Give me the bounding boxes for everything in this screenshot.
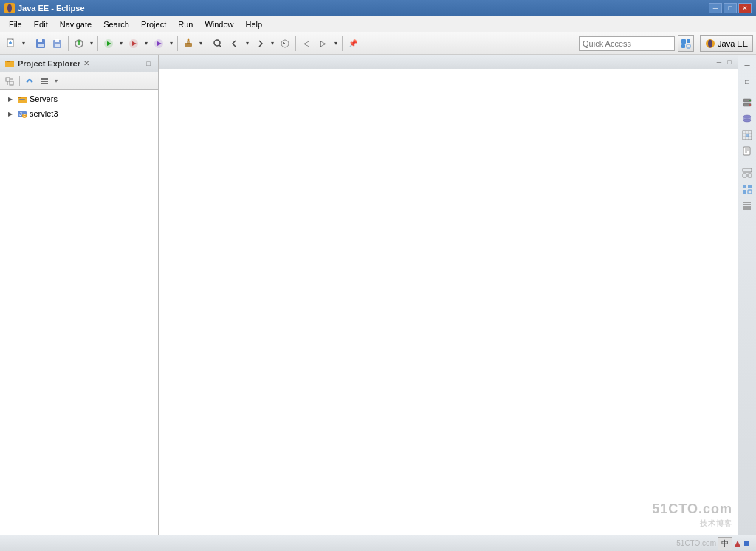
perspective-label: Java EE: [718, 39, 748, 48]
separator-3: [97, 36, 98, 51]
svg-rect-21: [187, 41, 190, 44]
save-all-button[interactable]: [49, 35, 66, 52]
panel-title-area: Project Explorer ✕: [4, 58, 89, 69]
annotation-dropdown-icon[interactable]: ▾: [332, 35, 340, 52]
servers-folder-icon: [17, 94, 27, 104]
run-dropdown-icon[interactable]: ▾: [117, 35, 125, 52]
svg-rect-81: [744, 541, 749, 546]
panel-minimize-button[interactable]: ─: [131, 58, 142, 69]
panel-close-icon[interactable]: ✕: [83, 59, 89, 67]
new-button[interactable]: [3, 35, 19, 52]
previous-annotation-button[interactable]: ◁: [298, 35, 315, 52]
title-text: Java EE - Eclipse: [18, 4, 85, 13]
maximize-button[interactable]: □: [724, 3, 737, 13]
menu-window[interactable]: Window: [199, 18, 239, 30]
menu-file[interactable]: File: [3, 18, 28, 30]
svg-point-55: [749, 104, 751, 106]
minimize-button[interactable]: ─: [709, 3, 722, 13]
right-sidebar-maximize-button[interactable]: □: [740, 74, 755, 89]
editor-content: [159, 69, 738, 535]
navigate-back-dropdown-icon[interactable]: ▾: [244, 35, 251, 52]
svg-point-54: [749, 100, 751, 101]
tree-item-servers[interactable]: ▶ Servers: [0, 92, 158, 106]
tree-item-servlet3[interactable]: ▶ J E servlet3: [0, 106, 158, 121]
profile-dropdown-icon[interactable]: ▾: [168, 35, 175, 52]
servlet3-toggle-icon[interactable]: ▶: [6, 109, 15, 118]
close-button[interactable]: ✕: [738, 3, 752, 13]
menu-navigate[interactable]: Navigate: [54, 18, 97, 30]
navigate-forward-button[interactable]: [252, 35, 268, 52]
svg-rect-28: [681, 44, 685, 48]
next-annotation-button[interactable]: ▷: [315, 35, 331, 52]
svg-rect-47: [19, 99, 25, 100]
svg-rect-35: [6, 78, 10, 81]
link-editor-button[interactable]: [23, 75, 36, 88]
panel-toolbar: ▾: [0, 72, 158, 90]
editor-maximize-button[interactable]: □: [724, 57, 735, 67]
java-ee-perspective-button[interactable]: Java EE: [700, 35, 753, 52]
last-edit-button[interactable]: [277, 35, 293, 52]
menu-help[interactable]: Help: [240, 18, 269, 30]
new-dropdown-icon[interactable]: ▾: [20, 35, 27, 52]
svg-point-31: [708, 39, 712, 47]
svg-rect-71: [748, 174, 752, 177]
svg-point-39: [27, 80, 29, 82]
external-tools-button[interactable]: [180, 35, 196, 52]
svg-rect-64: [746, 134, 749, 137]
profile-button[interactable]: [151, 35, 167, 52]
quick-access-input[interactable]: [579, 36, 675, 51]
list-view-button[interactable]: [740, 198, 755, 213]
quick-access-area: Java EE: [579, 35, 753, 52]
status-icon-2: [743, 540, 750, 547]
publish-dropdown-icon[interactable]: ▾: [88, 35, 95, 52]
external-tools-dropdown-icon[interactable]: ▾: [197, 35, 205, 52]
lang-indicator[interactable]: 中: [718, 537, 732, 550]
svg-rect-65: [743, 147, 750, 155]
navigate-back-button[interactable]: [227, 35, 243, 52]
status-bar: 51CTO.com 中: [0, 535, 756, 551]
separator-6: [295, 36, 296, 51]
servers-toggle-icon[interactable]: ▶: [6, 95, 15, 103]
editor-header: ─ □: [159, 55, 738, 69]
collapse-all-button[interactable]: [3, 75, 16, 88]
data-source-button[interactable]: [740, 112, 755, 126]
grid-view-button[interactable]: [740, 182, 755, 196]
watermark-text: 51CTO.com: [676, 539, 716, 547]
pin-button[interactable]: 📌: [345, 35, 361, 52]
view-menu-button[interactable]: [38, 75, 51, 88]
panel-view-dropdown-icon[interactable]: ▾: [52, 78, 60, 84]
debug-dropdown-icon[interactable]: ▾: [142, 35, 150, 52]
publish-button[interactable]: [71, 35, 87, 52]
menu-project[interactable]: Project: [135, 18, 172, 30]
right-sidebar-minimize-button[interactable]: ─: [740, 58, 755, 72]
svg-rect-34: [7, 61, 10, 62]
panel-title: Project Explorer: [18, 59, 80, 68]
panel-maximize-button[interactable]: □: [143, 58, 154, 69]
separator-5: [207, 36, 207, 51]
svg-rect-27: [687, 39, 690, 43]
servlet3-project-icon: J E: [17, 109, 27, 119]
debug-button[interactable]: [126, 35, 142, 52]
servers-view-button[interactable]: [740, 95, 755, 110]
run-button[interactable]: [100, 35, 117, 52]
menu-run[interactable]: Run: [172, 18, 199, 30]
separator-2: [68, 36, 69, 51]
svg-rect-7: [38, 39, 42, 42]
menu-search[interactable]: Search: [97, 18, 135, 30]
search-button[interactable]: [210, 35, 226, 52]
svg-text:J: J: [19, 112, 22, 117]
svg-point-40: [31, 80, 33, 82]
map-view-button[interactable]: [740, 128, 755, 143]
watermark-status: 51CTO.com 中: [676, 537, 750, 550]
svg-point-58: [743, 119, 751, 122]
document-view-button[interactable]: [740, 144, 755, 159]
editor-minimize-button[interactable]: ─: [714, 57, 724, 67]
svg-rect-29: [687, 44, 690, 48]
open-perspective-button[interactable]: [678, 35, 694, 52]
svg-point-22: [188, 38, 190, 41]
menu-edit[interactable]: Edit: [28, 18, 54, 30]
layout-view-button[interactable]: [740, 165, 755, 180]
save-button[interactable]: [32, 35, 49, 52]
toolbar: ▾ ▾ ▾: [0, 32, 756, 55]
navigate-forward-dropdown-icon[interactable]: ▾: [269, 35, 276, 52]
